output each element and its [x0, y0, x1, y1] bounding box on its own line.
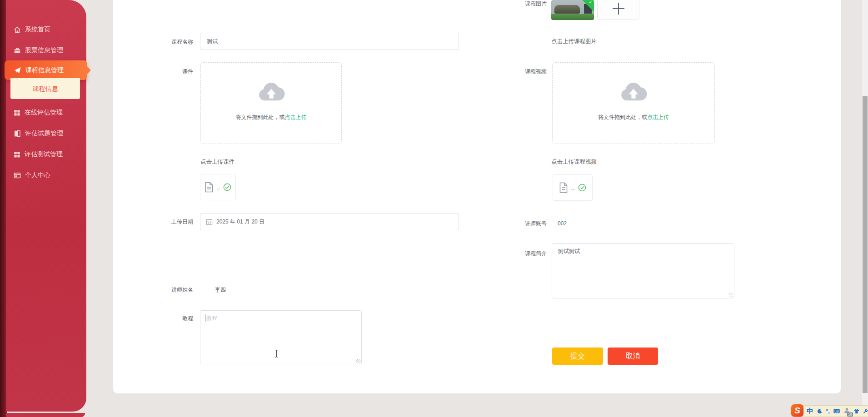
- courseware-hint: 点击上传课件: [200, 158, 234, 166]
- course-name-label: 课程名称: [127, 39, 193, 45]
- video-drop-text: 将文件拖到此处，或点击上传: [553, 114, 714, 121]
- punctuation-icon[interactable]: °,: [826, 408, 830, 415]
- course-image-thumbnail[interactable]: ✓: [551, 0, 594, 20]
- sogou-logo[interactable]: S: [791, 404, 803, 417]
- video-dropzone[interactable]: 将文件拖到此处，或点击上传: [552, 62, 715, 144]
- upload-cloud-icon: [257, 81, 286, 104]
- course-intro-label: 课程简介: [481, 250, 547, 257]
- sidebar-item-courses-active[interactable]: 课程信息管理: [5, 60, 87, 80]
- briefcase-icon: [14, 47, 21, 54]
- upload-cloud-icon: [619, 81, 648, 104]
- ime-account-icon[interactable]: 19: [843, 407, 850, 416]
- sidebar-item-label: 系统首页: [25, 25, 50, 34]
- instructor-name-value: 李四: [215, 287, 226, 293]
- drop-prefix: 将文件拖到此处，或: [236, 114, 285, 120]
- document-icon: [205, 182, 214, 193]
- sidebar-item-online-eval[interactable]: 在线评估管理: [14, 108, 63, 118]
- upload-date-value: 2025 年 01 月 20 日: [216, 218, 264, 226]
- courseware-label: 课件: [127, 68, 193, 75]
- tutorial-resize-grip[interactable]: [356, 359, 361, 363]
- upload-date-input[interactable]: 2025 年 01 月 20 日: [200, 213, 459, 230]
- sidebar-item-home[interactable]: 系统首页: [14, 25, 50, 35]
- courseware-file-item[interactable]: ..: [200, 174, 236, 200]
- ime-lang-toggle[interactable]: 中: [807, 407, 813, 416]
- ime-badge: 19: [847, 412, 853, 417]
- drop-prefix: 将文件拖到此处，或: [598, 114, 647, 120]
- video-upload-link[interactable]: 点击上传: [647, 114, 669, 120]
- tutorial-label: 教程: [127, 315, 193, 322]
- card-icon: [14, 172, 21, 179]
- instructor-account-value: 002: [558, 220, 567, 227]
- document-icon: [559, 182, 568, 193]
- book-icon: [14, 130, 21, 137]
- home-icon: [14, 26, 21, 33]
- submit-button[interactable]: 提交: [552, 348, 603, 365]
- courseware-dropzone[interactable]: 将文件拖到此处，或点击上传: [200, 62, 342, 144]
- course-name-input[interactable]: [200, 33, 459, 50]
- tutorial-textarea[interactable]: [200, 310, 362, 364]
- sidebar-item-label: 课程信息管理: [25, 66, 64, 74]
- course-image-label: 课程图片: [481, 0, 547, 7]
- screen: 课程名称 课件 将文件拖到此处，或点击上传 点击上传课件 .. 上传日期 202…: [0, 0, 868, 417]
- sidebar-item-stocks[interactable]: 股票信息管理: [14, 45, 63, 55]
- tshirt-icon[interactable]: [854, 408, 859, 415]
- course-video-label: 课程视频: [481, 68, 547, 75]
- ibeam-cursor: [274, 349, 279, 358]
- keyboard-icon[interactable]: [833, 408, 840, 414]
- courseware-file-name: ..: [216, 184, 220, 191]
- plus-icon-vertical: [618, 3, 619, 15]
- sidebar-item-label: 在线评估管理: [25, 109, 63, 117]
- paper-plane-icon: [14, 66, 21, 74]
- course-video-hint: 点击上传课程视频: [551, 158, 597, 166]
- instructor-name-label: 讲师姓名: [127, 287, 193, 293]
- instructor-account-label: 讲师账号: [481, 220, 547, 227]
- check-circle-icon: [578, 184, 586, 192]
- calendar-icon: [206, 218, 213, 225]
- text-caret: [205, 314, 205, 322]
- grid-icon: [14, 151, 20, 158]
- sidebar-item-label: 评估试题管理: [25, 129, 63, 138]
- sidebar-item-label: 个人中心: [25, 171, 50, 179]
- scrollbar-thumb[interactable]: [863, 96, 868, 393]
- courseware-drop-text: 将文件拖到此处，或点击上传: [201, 114, 341, 121]
- video-file-item[interactable]: ..: [553, 174, 593, 201]
- sidebar-item-label: 股票信息管理: [25, 46, 63, 55]
- upload-date-label: 上传日期: [127, 218, 193, 225]
- check-circle-icon: [223, 183, 231, 191]
- thumbnail-building: [554, 5, 580, 14]
- video-file-name: ..: [571, 184, 575, 191]
- courseware-upload-link[interactable]: 点击上传: [285, 114, 307, 120]
- add-image-button[interactable]: [597, 0, 639, 20]
- uploaded-check-icon: ✓: [589, 0, 593, 5]
- sidebar-item-eval-questions[interactable]: 评估试题管理: [14, 129, 63, 139]
- sidebar-bottom: [6, 413, 85, 417]
- sidebar-item-eval-tests[interactable]: 评估测试管理: [14, 149, 63, 159]
- thumbnail-lawn: [551, 14, 594, 20]
- moon-icon[interactable]: [817, 408, 822, 415]
- sidebar-item-profile[interactable]: 个人中心: [14, 170, 50, 180]
- wrench-icon[interactable]: [863, 408, 868, 415]
- course-image-hint: 点击上传课程图片: [551, 38, 597, 45]
- course-intro-textarea[interactable]: 测试测试: [552, 243, 734, 298]
- sidebar-item-label: 评估测试管理: [25, 150, 63, 159]
- sidebar-subitem-course-info[interactable]: 课程信息: [10, 78, 80, 99]
- grid-icon: [14, 109, 20, 116]
- intro-resize-grip[interactable]: [729, 293, 733, 298]
- cancel-button[interactable]: 取消: [608, 348, 658, 365]
